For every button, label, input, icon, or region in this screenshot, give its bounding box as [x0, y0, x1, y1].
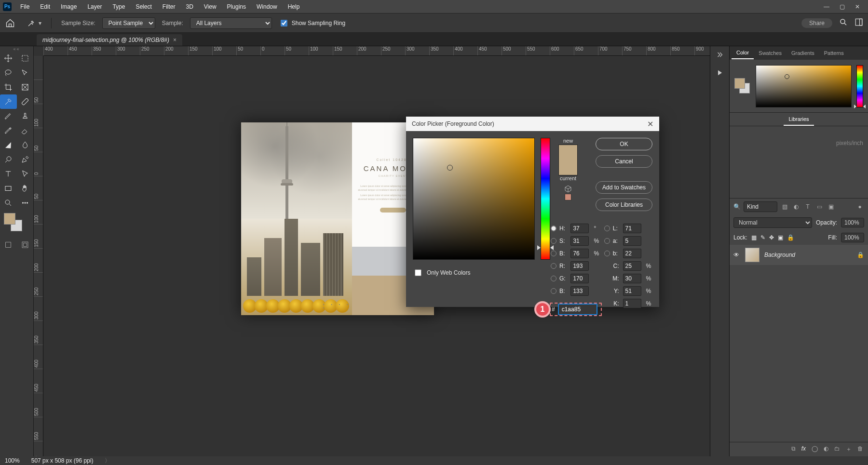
adjustment-layer-icon[interactable]: ◐ [824, 445, 828, 453]
menu-view[interactable]: View [199, 1, 221, 12]
a-field[interactable]: a: [604, 238, 619, 244]
search-icon[interactable]: 🔍 [733, 203, 741, 210]
gradient-tool[interactable] [0, 138, 17, 152]
add-to-swatches-button[interactable]: Add to Swatches [596, 181, 652, 194]
path-select-tool[interactable] [17, 167, 34, 181]
menu-type[interactable]: Type [108, 1, 130, 12]
ok-button[interactable]: OK [596, 138, 652, 150]
l-input[interactable] [623, 224, 641, 233]
brush-tool[interactable] [0, 109, 17, 123]
frame-tool[interactable] [17, 80, 34, 94]
filter-toggle-icon[interactable]: ● [855, 203, 864, 210]
sample-select[interactable]: All Layers [190, 17, 272, 29]
b-input[interactable] [570, 249, 589, 258]
tab-swatches[interactable]: Swatches [754, 47, 787, 59]
c-input[interactable] [623, 261, 641, 271]
color-libraries-button[interactable]: Color Libraries [596, 199, 652, 211]
picker-marker[interactable] [447, 165, 453, 171]
panel-toggle-icon[interactable] [715, 50, 725, 61]
lab-b-input[interactable] [623, 249, 641, 258]
tab-color[interactable]: Color [732, 47, 754, 59]
layer-thumbnail[interactable] [745, 248, 760, 262]
eraser-tool[interactable] [17, 123, 34, 138]
eyedropper-icon[interactable] [27, 19, 36, 27]
link-layers-icon[interactable]: ⧉ [791, 445, 796, 453]
y-input[interactable] [623, 286, 641, 296]
close-tab-icon[interactable]: × [173, 37, 176, 43]
document-tab[interactable]: midjourney-final-selection.png @ 100% (R… [37, 34, 182, 46]
home-icon[interactable] [5, 18, 15, 28]
s-input[interactable] [570, 236, 589, 246]
menu-edit[interactable]: Edit [35, 1, 55, 12]
opacity-input[interactable] [841, 218, 864, 227]
only-web-colors-checkbox[interactable] [415, 269, 421, 276]
eyedropper-tool[interactable] [0, 94, 17, 109]
tab-libraries[interactable]: Libraries [784, 113, 814, 126]
lasso-tool[interactable] [0, 66, 17, 80]
cancel-button[interactable]: Cancel [596, 155, 652, 168]
hand-tool[interactable] [17, 181, 34, 196]
type-tool[interactable] [0, 167, 17, 181]
fill-input[interactable] [841, 233, 864, 242]
show-sampling-ring-checkbox[interactable] [281, 20, 287, 27]
menu-help[interactable]: Help [283, 1, 305, 12]
tab-patterns[interactable]: Patterns [819, 47, 849, 59]
blend-mode-select[interactable]: Normal [733, 217, 812, 228]
stamp-tool[interactable] [17, 109, 34, 123]
workspace-icon[interactable] [854, 18, 863, 28]
share-button[interactable]: Share [801, 18, 832, 28]
color-saturation-field[interactable] [756, 65, 852, 107]
dialog-close-icon[interactable]: ✕ [647, 120, 653, 129]
menu-3d[interactable]: 3D [181, 1, 198, 12]
websafe-warning-icon[interactable] [565, 194, 571, 200]
lock-position-icon[interactable]: ✥ [769, 234, 774, 241]
only-web-colors[interactable]: Only Web Colors [413, 268, 470, 278]
mini-fgbg-swatch[interactable] [734, 78, 751, 94]
screen-mode-full-icon[interactable] [20, 240, 30, 250]
layers-kind-filter[interactable] [744, 201, 777, 212]
minimize-icon[interactable]: — [823, 3, 830, 11]
a-input[interactable] [623, 236, 641, 246]
g-field[interactable]: G: [551, 275, 567, 282]
marquee-tool[interactable] [17, 51, 34, 66]
k-input[interactable] [623, 299, 641, 308]
saturation-brightness-field[interactable] [413, 138, 535, 260]
h-input[interactable] [570, 224, 589, 233]
l-field[interactable]: L: [604, 225, 619, 232]
history-brush-tool[interactable] [0, 123, 17, 138]
tab-gradients[interactable]: Gradients [787, 47, 819, 59]
r-field[interactable]: R: [551, 263, 567, 269]
lock-paint-icon[interactable]: ✎ [760, 234, 765, 241]
search-icon[interactable] [839, 18, 848, 28]
new-group-icon[interactable]: 🗀 [834, 445, 840, 453]
filter-smart-icon[interactable]: ▣ [827, 203, 835, 210]
lab-b-field[interactable]: b: [604, 250, 619, 257]
lock-all-icon[interactable]: 🔒 [787, 234, 794, 241]
b-field[interactable]: B: [551, 250, 567, 257]
menu-image[interactable]: Image [56, 1, 81, 12]
bb-input[interactable] [570, 286, 589, 296]
screen-mode-standard-icon[interactable] [3, 240, 13, 250]
menu-layer[interactable]: Layer [82, 1, 107, 12]
sample-size-select[interactable]: Point Sample [102, 17, 155, 29]
filter-type-icon[interactable]: T [803, 203, 812, 210]
panel-play-icon[interactable] [715, 67, 725, 78]
healing-tool[interactable] [17, 94, 34, 109]
lock-artboard-icon[interactable]: ▣ [778, 234, 783, 241]
show-sampling-ring[interactable]: Show Sampling Ring [279, 18, 345, 28]
filter-pixel-icon[interactable]: ▧ [780, 203, 789, 210]
foreground-background-swatch[interactable] [4, 213, 29, 237]
bb-field[interactable]: B: [551, 288, 567, 294]
filter-adjust-icon[interactable]: ◐ [792, 203, 800, 210]
blur-tool[interactable] [17, 138, 34, 152]
more-tools[interactable] [17, 196, 34, 210]
gamut-warning-icon[interactable] [564, 185, 572, 193]
layer-item[interactable]: 👁 Background 🔒 [730, 245, 868, 265]
layer-mask-icon[interactable]: ◯ [812, 445, 818, 453]
layer-lock-icon[interactable]: 🔒 [857, 252, 864, 258]
menu-plugins[interactable]: Plugins [222, 1, 251, 12]
filter-shape-icon[interactable]: ▭ [815, 203, 824, 210]
g-input[interactable] [570, 274, 589, 283]
zoom-tool[interactable] [0, 196, 17, 210]
move-tool[interactable] [0, 51, 17, 66]
